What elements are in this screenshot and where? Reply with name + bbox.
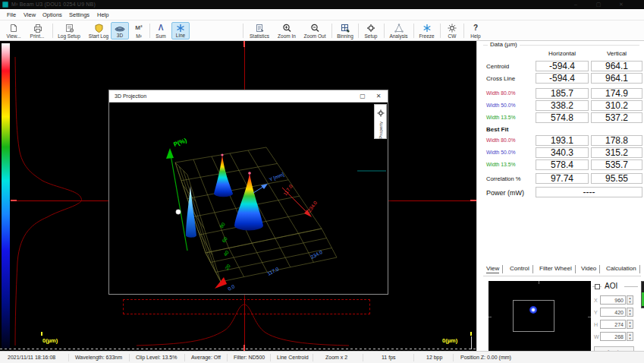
cw-button[interactable]: CW — [442, 22, 462, 39]
beam-spot — [529, 306, 537, 314]
aoi-x-input[interactable]: 960 — [600, 295, 626, 305]
svg-text:60: 60 — [221, 235, 228, 243]
3d-projection-window[interactable]: 3D Projection ▢ ✕ — [108, 90, 388, 295]
status-divider — [313, 354, 313, 361]
power-value: ---- — [536, 187, 642, 197]
close-button[interactable]: ✕ — [614, 1, 628, 8]
aoi-group: AOI X 960 ▲▼ Y 420 ▲▼ H 274 ▲▼ W 268 ▲▼ … — [592, 281, 639, 355]
binning-button[interactable]: Binning — [334, 22, 357, 39]
svg-text:20: 20 — [224, 263, 231, 270]
3d-window-close-button[interactable]: ✕ — [373, 93, 384, 100]
panel-tab-strip: View Control Filter Wheel Video Calculat… — [483, 264, 641, 276]
maximize-button[interactable]: ▢ — [592, 1, 605, 8]
menu-file[interactable]: File — [7, 11, 16, 18]
status-bar: 2021/11/11 18:16:08 Wavelength: 633nm Cl… — [0, 351, 644, 363]
svg-text:117.0: 117.0 — [266, 266, 280, 276]
status-filter: Filter: ND500 — [234, 355, 265, 360]
aoi-y-spinner[interactable]: ▲▼ — [627, 308, 633, 317]
svg-text:234.0: 234.0 — [306, 200, 318, 213]
toolbar-separator — [358, 24, 359, 38]
correlation-vertical-value: 95.55 — [591, 173, 642, 184]
print-button[interactable]: Print... — [26, 22, 49, 39]
aoi-w-input[interactable]: 268 — [600, 332, 626, 341]
3d-surface-plot[interactable]: P(%) 80 60 40 20 0.0 117.0 234.0 Y [mm] … — [109, 103, 388, 294]
tab-video[interactable]: Video — [578, 265, 600, 273]
sum-button[interactable]: Λ Sum — [152, 22, 170, 39]
analysis-icon — [394, 23, 404, 33]
status-bpp: 12 bpp — [426, 355, 442, 360]
tab-calculation[interactable]: Calculation — [603, 265, 640, 273]
property-tab[interactable]: Property — [374, 104, 387, 139]
toolbar: View... Print... ▾ Log Setup Start Log 3… — [0, 21, 644, 41]
toolbar-separator — [440, 24, 441, 38]
tab-control[interactable]: Control — [507, 265, 533, 273]
bestfit-width-135-horizontal-value: 578.4 — [536, 159, 589, 170]
preview-tick — [588, 317, 591, 317]
3d-button[interactable]: 3D — [111, 22, 129, 39]
status-divider — [270, 354, 271, 361]
p-axis-arrow-icon — [166, 148, 174, 159]
status-divider — [413, 354, 414, 361]
3d-window-title-bar[interactable]: 3D Projection ▢ ✕ — [109, 90, 388, 103]
row-label-width-80: Width 80.0% — [486, 90, 516, 96]
aoi-checkbox[interactable] — [595, 284, 600, 289]
bestfit-width-50-horizontal-value: 340.3 — [536, 147, 589, 158]
start-log-button[interactable]: Start Log — [84, 22, 113, 39]
gain-slider[interactable] — [641, 281, 644, 308]
tab-view[interactable]: View — [483, 265, 503, 273]
view-button[interactable]: View... — [2, 22, 25, 39]
sum-peak-icon: Λ — [159, 23, 164, 33]
aoi-h-spinner[interactable]: ▲▼ — [627, 320, 633, 329]
aoi-x-spinner[interactable]: ▲▼ — [627, 295, 633, 305]
app-icon — [2, 2, 8, 8]
menu-view[interactable]: View — [24, 11, 36, 18]
row-label-width-135: Width 13.5% — [486, 115, 516, 120]
aoi-h-input[interactable]: 274 — [600, 320, 626, 329]
bestfit-width-80-vertical-value: 178.8 — [591, 135, 642, 146]
aoi-region-outline[interactable] — [513, 300, 554, 332]
aoi-groupbox-border — [624, 286, 638, 287]
application-window: M² Beam U3 (DOU1 0254 U9 NB) – ▢ ✕ File … — [0, 0, 644, 363]
property-tab-label: Property — [379, 122, 383, 139]
row-label-bestfit-width-135: Width 13.5% — [486, 162, 516, 167]
m2-button[interactable]: M² M² — [130, 22, 147, 39]
aoi-w-spinner[interactable]: ▲▼ — [627, 332, 633, 341]
3d-projection-icon — [115, 24, 125, 33]
x-axis-arrow-icon — [215, 277, 227, 289]
tab-filter-wheel[interactable]: Filter Wheel — [536, 265, 576, 273]
toolbar-separator — [52, 24, 53, 38]
camera-preview[interactable] — [488, 281, 591, 355]
column-header-vertical: Vertical — [591, 50, 642, 57]
menu-settings[interactable]: Settings — [69, 11, 90, 18]
statistics-button[interactable]: Statistics — [246, 22, 273, 39]
snowflake-icon — [423, 23, 432, 33]
aoi-y-input[interactable]: 420 — [600, 308, 626, 317]
axis-zero-label-right: 0(µm) — [442, 337, 457, 344]
p-axis-label: P(%) — [173, 137, 188, 148]
row-label-correlation: Correlation % — [486, 175, 520, 182]
zero-tick-left — [41, 332, 42, 336]
help-button[interactable]: ? Help — [466, 22, 485, 39]
correlation-horizontal-value: 97.74 — [536, 173, 589, 184]
3d-window-maximize-button[interactable]: ▢ — [357, 93, 368, 100]
zoom-out-icon — [310, 23, 319, 33]
status-fps: 11 fps — [382, 355, 396, 360]
status-divider — [184, 354, 185, 361]
bestfit-width-80-horizontal-value: 193.1 — [536, 135, 589, 146]
zoom-in-button[interactable]: Zoom In — [275, 22, 299, 39]
menu-bar: File View Options Settings Help — [0, 9, 644, 21]
zoom-out-button[interactable]: Zoom Out — [301, 22, 328, 39]
row-label-width-50: Width 50.0% — [486, 103, 516, 108]
svg-text:80: 80 — [218, 221, 226, 229]
line-button[interactable]: Line — [171, 22, 190, 39]
cross-line-vertical-value: 964.1 — [591, 73, 642, 84]
setup-button[interactable]: Setup — [360, 22, 382, 39]
menu-options[interactable]: Options — [42, 11, 62, 18]
log-setup-button[interactable]: Log Setup — [55, 22, 83, 39]
status-average: Average: Off — [191, 355, 221, 360]
row-label-centroid: Centroid — [486, 63, 509, 70]
analysis-button[interactable]: Analysis — [386, 22, 411, 39]
menu-help[interactable]: Help — [97, 11, 108, 18]
minimize-button[interactable]: – — [569, 1, 583, 8]
freeze-button[interactable]: Freeze — [416, 22, 438, 39]
